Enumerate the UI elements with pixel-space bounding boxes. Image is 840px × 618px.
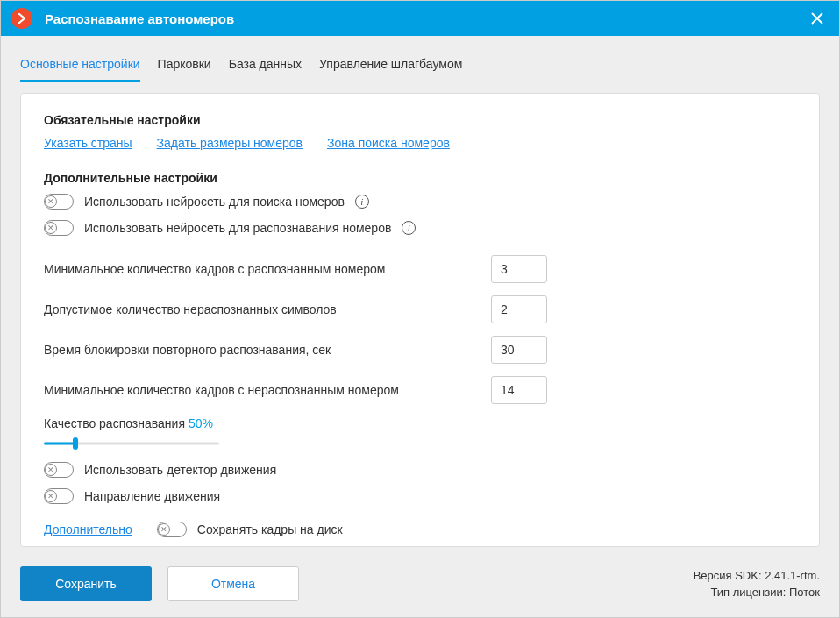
field-label: Минимальное количество кадров с распозна…: [44, 262, 491, 276]
dialog-title: Распознавание автономеров: [45, 11, 234, 26]
field-label: Время блокировки повторного распознавани…: [44, 343, 491, 357]
content: Основные настройки Парковки База данных …: [1, 36, 839, 556]
tabs: Основные настройки Парковки База данных …: [20, 52, 820, 82]
field-min-recognized: Минимальное количество кадров с распозна…: [44, 255, 796, 283]
license-line: Тип лицензии: Поток: [694, 584, 820, 601]
info-icon[interactable]: i: [402, 221, 416, 235]
slider-fill: [44, 443, 75, 445]
input-min-recognized[interactable]: [491, 255, 547, 283]
toggle-row-nn-search: ✕ Использовать нейросеть для поиска номе…: [44, 194, 796, 210]
slider-thumb: [73, 437, 78, 450]
toggle-nn-recognize[interactable]: ✕: [44, 220, 74, 236]
x-icon: ✕: [45, 464, 57, 476]
additional-section-title: Дополнительные настройки: [44, 171, 796, 185]
app-icon: [11, 8, 32, 29]
link-additional[interactable]: Дополнительно: [44, 522, 132, 536]
required-links: Указать страны Задать размеры номеров Зо…: [44, 136, 796, 150]
tab-main-settings[interactable]: Основные настройки: [20, 52, 140, 82]
sdk-line: Версия SDK: 2.41.1-rtm.: [694, 567, 820, 585]
toggle-save-frames[interactable]: ✕: [157, 522, 187, 537]
field-min-unrecognized: Минимальное количество кадров с нераспоз…: [44, 376, 796, 404]
tab-database[interactable]: База данных: [229, 52, 302, 82]
close-button[interactable]: [806, 9, 829, 28]
extra-row: Дополнительно ✕ Сохранять кадры на диск: [44, 522, 796, 537]
field-label: Минимальное количество кадров с нераспоз…: [44, 383, 491, 397]
footer: Сохранить Отмена Версия SDK: 2.41.1-rtm.…: [1, 556, 839, 617]
quality-label: Качество распознавания: [44, 416, 189, 430]
tab-parking[interactable]: Парковки: [158, 52, 211, 82]
toggle-motion-detector[interactable]: ✕: [44, 462, 74, 478]
toggle-row-direction: ✕ Направление движения: [44, 488, 796, 504]
toggle-row-nn-recognize: ✕ Использовать нейросеть для распознаван…: [44, 220, 796, 236]
toggle-row-save-frames: ✕ Сохранять кадры на диск: [157, 522, 343, 537]
toggle-row-motion: ✕ Использовать детектор движения: [44, 462, 796, 478]
link-search-zone[interactable]: Зона поиска номеров: [327, 136, 450, 150]
titlebar: Распознавание автономеров: [1, 1, 839, 36]
toggle-label: Использовать нейросеть для поиска номеро…: [84, 195, 345, 209]
input-allowed-unrecognized[interactable]: [491, 295, 547, 323]
footer-info: Версия SDK: 2.41.1-rtm. Тип лицензии: По…: [694, 567, 820, 601]
field-allowed-unrecognized: Допустимое количество нераспознанных сим…: [44, 295, 796, 323]
info-icon[interactable]: i: [355, 195, 369, 209]
tab-barrier[interactable]: Управление шлагбаумом: [319, 52, 462, 82]
toggle-nn-search[interactable]: ✕: [44, 194, 74, 210]
toggle-direction[interactable]: ✕: [44, 488, 74, 504]
x-icon: ✕: [158, 523, 170, 536]
titlebar-left: Распознавание автономеров: [11, 8, 234, 29]
input-min-unrecognized[interactable]: [491, 376, 547, 404]
field-label: Допустимое количество нераспознанных сим…: [44, 302, 491, 316]
link-countries[interactable]: Указать страны: [44, 136, 132, 150]
x-icon: ✕: [45, 222, 57, 234]
toggle-label: Использовать нейросеть для распознавания…: [84, 221, 391, 235]
settings-panel: Обязательные настройки Указать страны За…: [20, 93, 820, 547]
link-plate-sizes[interactable]: Задать размеры номеров: [157, 136, 303, 150]
dialog: Распознавание автономеров Основные настр…: [0, 0, 840, 618]
x-icon: ✕: [45, 195, 57, 208]
toggle-label: Направление движения: [84, 489, 220, 503]
field-block-time: Время блокировки повторного распознавани…: [44, 336, 796, 364]
toggle-label: Сохранять кадры на диск: [197, 522, 343, 536]
footer-buttons: Сохранить Отмена: [20, 566, 299, 601]
quality-slider[interactable]: [44, 437, 219, 450]
quality-label-row: Качество распознавания 50%: [44, 416, 796, 430]
quality-value: 50%: [189, 416, 213, 430]
cancel-button[interactable]: Отмена: [167, 566, 299, 601]
input-block-time[interactable]: [491, 336, 547, 364]
required-section-title: Обязательные настройки: [44, 113, 796, 127]
save-button[interactable]: Сохранить: [20, 566, 152, 601]
toggle-label: Использовать детектор движения: [84, 463, 276, 477]
x-icon: ✕: [45, 490, 57, 502]
